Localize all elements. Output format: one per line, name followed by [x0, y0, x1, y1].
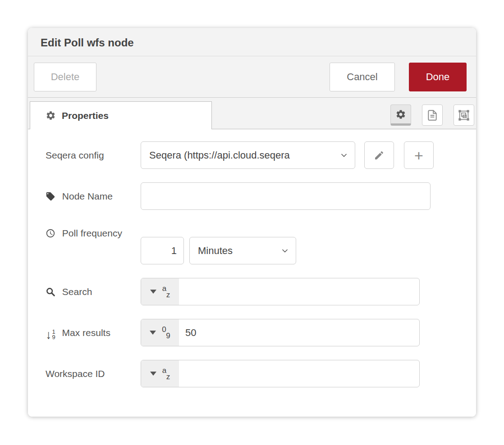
- tab-properties[interactable]: Properties: [30, 101, 212, 129]
- delete-button[interactable]: Delete: [34, 63, 96, 91]
- appearance-icon: [458, 109, 470, 122]
- workspace-id-label: Workspace ID: [46, 365, 141, 383]
- max-results-row: ↓ 1 9 Max results 0 9: [46, 319, 476, 346]
- description-button[interactable]: [422, 104, 443, 126]
- poll-frequency-label: Poll frequency: [46, 224, 141, 242]
- gear-icon: [395, 109, 406, 120]
- string-type-icon: a z: [162, 368, 170, 380]
- dialog-toolbar: Delete Cancel Done: [28, 56, 476, 98]
- node-name-input[interactable]: [141, 182, 431, 210]
- properties-form: Seqera config Seqera (https://api.cloud.…: [28, 129, 476, 417]
- node-name-label: Node Name: [46, 187, 141, 205]
- cancel-button[interactable]: Cancel: [330, 63, 395, 91]
- seqera-config-label: Seqera config: [46, 146, 141, 164]
- appearance-button[interactable]: [454, 104, 474, 126]
- chevron-down-icon: [339, 151, 348, 160]
- tab-bar: Properties: [28, 98, 476, 129]
- edit-node-dialog: Edit Poll wfs node Delete Cancel Done Pr…: [28, 28, 476, 417]
- properties-gear-button[interactable]: [390, 104, 411, 126]
- magnifier-icon: [46, 287, 55, 297]
- caret-down-icon: [150, 290, 156, 294]
- poll-frequency-units-select[interactable]: Minutes: [189, 237, 296, 264]
- search-label: Search: [46, 283, 141, 301]
- tabbar-buttons: [390, 104, 474, 126]
- edit-config-button[interactable]: [364, 141, 394, 169]
- max-results-type-selector[interactable]: 0 9: [141, 319, 179, 346]
- poll-frequency-input[interactable]: [141, 237, 184, 264]
- seqera-config-row: Seqera config Seqera (https://api.cloud.…: [46, 141, 476, 169]
- number-type-icon: 0 9: [162, 327, 170, 339]
- caret-down-icon: [150, 372, 156, 376]
- document-icon: [426, 109, 438, 121]
- workspace-id-typed-input: a z: [141, 360, 420, 387]
- tab-properties-label: Properties: [62, 110, 109, 121]
- pencil-icon: [374, 150, 385, 161]
- workspace-id-input[interactable]: [179, 360, 419, 387]
- clock-icon: [46, 228, 55, 238]
- workspace-id-row: Workspace ID a z: [46, 360, 476, 387]
- max-results-label: ↓ 1 9 Max results: [46, 324, 141, 342]
- max-results-input[interactable]: [179, 319, 419, 346]
- search-typed-input: a z: [141, 278, 420, 305]
- tag-icon: [46, 191, 55, 201]
- workspace-id-type-selector[interactable]: a z: [141, 360, 179, 387]
- dialog-title: Edit Poll wfs node: [41, 36, 134, 49]
- done-button[interactable]: Done: [409, 63, 467, 91]
- string-type-icon: a z: [162, 286, 170, 298]
- poll-frequency-row: Poll frequency Minutes: [46, 223, 476, 264]
- gear-icon: [46, 110, 56, 121]
- chevron-down-icon: [280, 246, 289, 255]
- caret-down-icon: [150, 331, 156, 335]
- sort-numeric-icon: ↓ 1 9: [46, 329, 55, 341]
- search-input[interactable]: [179, 278, 419, 305]
- search-row: Search a z: [46, 278, 476, 305]
- seqera-config-selected-value: Seqera (https://api.cloud.seqera: [149, 150, 335, 161]
- dialog-header: Edit Poll wfs node: [28, 28, 476, 56]
- max-results-typed-input: 0 9: [141, 319, 420, 346]
- search-type-selector[interactable]: a z: [141, 278, 179, 305]
- poll-frequency-units-value: Minutes: [198, 245, 276, 257]
- add-config-button[interactable]: +: [404, 141, 434, 169]
- seqera-config-select[interactable]: Seqera (https://api.cloud.seqera: [141, 141, 355, 169]
- plus-icon: +: [414, 148, 423, 163]
- node-name-row: Node Name: [46, 182, 476, 210]
